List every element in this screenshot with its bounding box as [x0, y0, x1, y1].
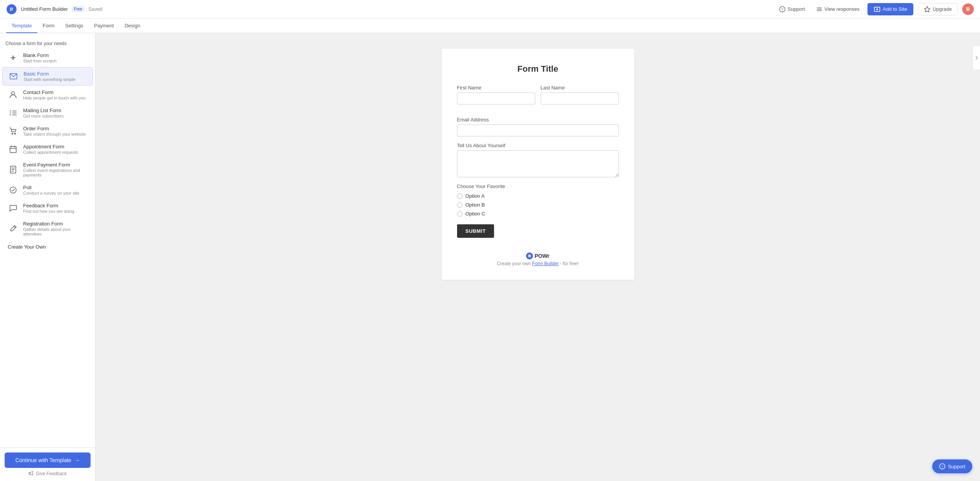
- svg-point-22: [15, 133, 16, 135]
- svg-line-32: [14, 226, 15, 228]
- free-badge: Free: [72, 6, 84, 12]
- megaphone-icon: [29, 471, 34, 476]
- cart-icon: [8, 126, 18, 136]
- svg-point-31: [10, 187, 16, 193]
- nav-left: P Untitled Form Builder Free Saved!: [6, 4, 103, 15]
- svg-point-21: [12, 133, 13, 135]
- sidebar-item-event-payment[interactable]: Event Payment Form Collect event registr…: [2, 158, 93, 181]
- sidebar-item-contact[interactable]: Contact Form Help people get in touch wi…: [2, 86, 93, 104]
- sidebar-item-mailing[interactable]: Mailing List Form Get more subscribers: [2, 104, 93, 122]
- name-row: First Name Last Name: [457, 85, 619, 111]
- app-title: Untitled Form Builder: [21, 6, 68, 12]
- nav-right: ? Support View responses Add to Site Upg…: [776, 3, 974, 15]
- give-feedback-button[interactable]: Give Feedback: [5, 471, 91, 476]
- choose-label: Choose Your Favorite: [457, 183, 619, 189]
- last-name-group: Last Name: [541, 85, 619, 104]
- check-circle-icon: [8, 185, 18, 195]
- sidebar: Choose a form for your needs Blank Form …: [0, 33, 96, 481]
- option-a[interactable]: Option A: [457, 193, 619, 199]
- powr-branding: POWr Create your own Form Builder - for …: [457, 252, 619, 266]
- chevron-right-icon: [975, 55, 978, 61]
- radio-group: Option A Option B Option C: [457, 193, 619, 217]
- add-to-site-icon: [874, 6, 881, 13]
- sidebar-item-blank[interactable]: Blank Form Start from scratch: [2, 49, 93, 67]
- top-nav: P Untitled Form Builder Free Saved! ? Su…: [0, 0, 980, 18]
- about-label: Tell Us About Yourself: [457, 143, 619, 148]
- tab-template[interactable]: Template: [6, 19, 37, 33]
- pencil-icon: [8, 223, 18, 234]
- tab-settings[interactable]: Settings: [60, 19, 89, 33]
- powr-text: POWr: [535, 253, 550, 259]
- sidebar-section-title: Choose a form for your needs: [0, 38, 95, 49]
- sidebar-item-registration[interactable]: Registration Form Gather details about y…: [2, 217, 93, 240]
- svg-text:?: ?: [941, 465, 943, 469]
- list-icon: [816, 6, 823, 13]
- bubble-icon: [8, 203, 18, 214]
- radio-circle-a: [457, 193, 462, 199]
- tab-form[interactable]: Form: [37, 19, 60, 33]
- powr-logo-icon: P: [6, 4, 17, 15]
- add-to-site-button[interactable]: Add to Site: [867, 3, 914, 15]
- upgrade-star-icon: [924, 6, 931, 13]
- svg-rect-23: [10, 146, 16, 153]
- saved-text: Saved!: [88, 7, 103, 12]
- powr-logo: POWr: [526, 252, 550, 259]
- svg-marker-10: [925, 6, 930, 12]
- main-layout: Choose a form for your needs Blank Form …: [0, 33, 980, 481]
- powr-tagline: Create your own Form Builder - for free!: [497, 261, 578, 266]
- last-name-label: Last Name: [541, 85, 619, 91]
- calendar-icon: [8, 144, 18, 155]
- receipt-icon: [8, 164, 18, 175]
- support-icon: ?: [779, 6, 786, 13]
- support-chat-icon: ?: [939, 463, 945, 469]
- view-responses-link[interactable]: View responses: [813, 4, 863, 14]
- radio-circle-c: [457, 211, 462, 217]
- form-preview: Form Title First Name Last Name Email Ad…: [442, 49, 634, 280]
- about-group: Tell Us About Yourself: [457, 143, 619, 177]
- sidebar-item-poll[interactable]: Poll Conduct a survey on your site: [2, 181, 93, 199]
- radio-circle-b: [457, 202, 462, 208]
- tab-design[interactable]: Design: [119, 19, 145, 33]
- powr-inner-icon: [527, 254, 532, 258]
- continue-button[interactable]: Continue with Template →: [5, 452, 91, 468]
- plus-icon: [8, 52, 18, 63]
- form-builder-link[interactable]: Form Builder: [532, 261, 559, 266]
- support-link[interactable]: ? Support: [776, 4, 808, 14]
- last-name-input[interactable]: [541, 92, 619, 104]
- first-name-input[interactable]: [457, 92, 535, 104]
- person-icon: [8, 89, 18, 100]
- lines-icon: [8, 108, 18, 118]
- svg-text:P: P: [10, 7, 13, 12]
- sidebar-item-feedback[interactable]: Feedback Form Find out how you are doing: [2, 199, 93, 217]
- tab-payment[interactable]: Payment: [89, 19, 119, 33]
- first-name-label: First Name: [457, 85, 535, 91]
- form-title: Form Title: [457, 64, 619, 74]
- submit-button[interactable]: SUBMIT: [457, 224, 494, 238]
- svg-point-14: [12, 92, 15, 95]
- powr-dot-icon: [526, 252, 533, 259]
- user-avatar[interactable]: B: [962, 3, 974, 15]
- sidebar-item-basic[interactable]: Basic Form Start with something simple: [2, 67, 93, 86]
- about-textarea[interactable]: [457, 150, 619, 177]
- support-button[interactable]: ? Support: [932, 459, 972, 473]
- email-input[interactable]: [457, 124, 619, 136]
- sidebar-content: Choose a form for your needs Blank Form …: [0, 33, 95, 447]
- preview-area: Form Title First Name Last Name Email Ad…: [96, 33, 980, 481]
- first-name-group: First Name: [457, 85, 535, 104]
- tabs-bar: Template Form Settings Payment Design: [0, 18, 980, 33]
- sidebar-item-create-own[interactable]: Create Your Own: [2, 240, 93, 254]
- sidebar-item-order[interactable]: Order Form Take orders through your webs…: [2, 122, 93, 140]
- svg-point-34: [528, 254, 531, 257]
- upgrade-button[interactable]: Upgrade: [918, 3, 958, 15]
- sidebar-bottom: Continue with Template → Give Feedback: [0, 447, 95, 481]
- email-group: Email Address: [457, 117, 619, 136]
- sidebar-item-appointment[interactable]: Appointment Form Collect appointment req…: [2, 140, 93, 158]
- envelope-icon: [8, 71, 19, 82]
- right-panel-hint[interactable]: [972, 46, 980, 69]
- option-b[interactable]: Option B: [457, 202, 619, 208]
- option-c[interactable]: Option C: [457, 211, 619, 217]
- svg-text:?: ?: [782, 7, 784, 11]
- email-label: Email Address: [457, 117, 619, 123]
